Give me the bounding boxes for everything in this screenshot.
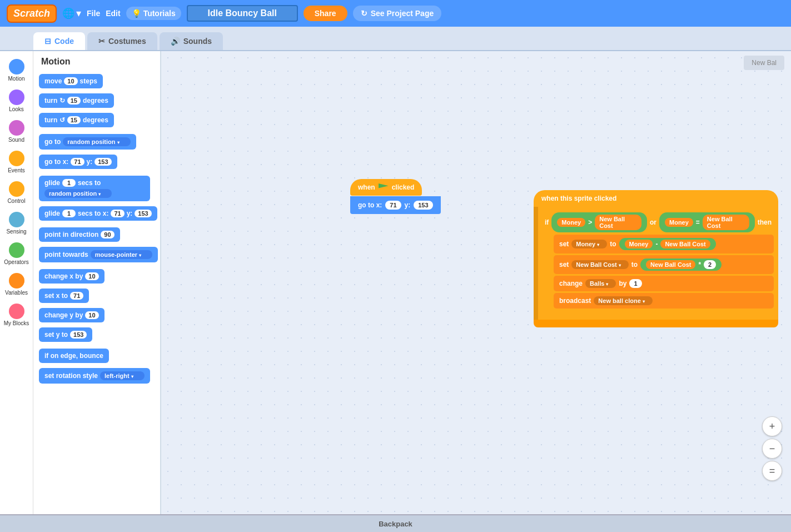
- block-goto-xy[interactable]: go to x: 71 y: 153: [39, 155, 117, 169]
- block-change-x[interactable]: change x by 10: [39, 269, 105, 284]
- set-newballcost-block[interactable]: set New Ball Cost ▾ to New Ball Cost * 2: [554, 255, 774, 274]
- control-dot: [9, 181, 24, 197]
- code-icon: ⊟: [44, 37, 51, 46]
- sidebar-item-operators[interactable]: Operators: [2, 239, 32, 269]
- money-dd-1[interactable]: Money ▾: [571, 240, 607, 248]
- sounds-icon: 🔊: [171, 37, 180, 46]
- by-val[interactable]: 1: [629, 279, 641, 288]
- see-project-button[interactable]: ↻ See Project Page: [353, 6, 442, 21]
- backpack-bar[interactable]: Backpack: [0, 514, 791, 532]
- zoom-in-button[interactable]: +: [762, 416, 782, 436]
- zoom-out-button[interactable]: −: [762, 439, 782, 459]
- tutorials-button[interactable]: 💡 Tutorials: [126, 7, 181, 20]
- share-button[interactable]: Share: [304, 6, 347, 21]
- looks-label: Looks: [9, 106, 24, 112]
- block-edge-bounce[interactable]: if on edge, bounce: [39, 349, 109, 363]
- sidebar-item-motion[interactable]: Motion: [2, 56, 32, 85]
- block-move[interactable]: move 10 steps: [39, 74, 103, 88]
- tab-costumes[interactable]: ✂ Costumes: [87, 32, 157, 50]
- block-set-x[interactable]: set x to 71: [39, 289, 89, 303]
- when-flag-block[interactable]: when clicked: [350, 179, 422, 196]
- block-rotation-style[interactable]: set rotation style left-right ▾: [39, 368, 150, 384]
- sidebar: Motion Looks Sound Events Control Sensin…: [0, 51, 33, 514]
- main-layout: Motion Looks Sound Events Control Sensin…: [0, 51, 791, 514]
- newballcost-dd[interactable]: New Ball Cost ▾: [571, 260, 628, 269]
- outer-block-bottom: [534, 320, 778, 327]
- costumes-icon: ✂: [98, 37, 105, 46]
- money-var-2[interactable]: Money: [665, 218, 693, 227]
- project-name-input[interactable]: [187, 5, 298, 22]
- block-turn-ccw[interactable]: turn ↺ 15 degrees: [39, 113, 114, 127]
- see-project-icon: ↻: [361, 9, 367, 18]
- when-sprite-clicked-block[interactable]: when this sprite clicked: [534, 190, 778, 207]
- events-dot: [9, 151, 24, 166]
- backpack-label: Backpack: [379, 520, 412, 528]
- if-inner: set Money ▾ to Money - New Ball Cost set: [554, 235, 774, 309]
- sidebar-item-events[interactable]: Events: [2, 147, 32, 177]
- operators-dot: [9, 242, 24, 258]
- sensing-dot: [9, 212, 24, 227]
- zoom-controls: + − =: [762, 416, 782, 481]
- tab-bar: ⊟ Code ✂ Costumes 🔊 Sounds: [0, 27, 791, 51]
- block-point-dir[interactable]: point in direction 90: [39, 227, 120, 242]
- file-link[interactable]: File: [87, 9, 100, 18]
- block-glide-random[interactable]: glide 1 secs to random position ▾: [39, 176, 150, 201]
- control-label: Control: [7, 198, 25, 204]
- when-flag-group: when clicked go to x: 71 y: 153: [350, 179, 441, 214]
- when-sprite-group: when this sprite clicked if Money > New …: [534, 190, 778, 327]
- condition-2[interactable]: Money = New Ball Cost: [659, 212, 755, 232]
- change-balls-block[interactable]: change Balls ▾ by 1: [554, 276, 774, 291]
- new-ball-button[interactable]: New Bal: [744, 56, 784, 70]
- flag-icon: [379, 183, 389, 191]
- canvas-goto-xy-block[interactable]: go to x: 71 y: 153: [350, 196, 441, 214]
- block-glide-xy[interactable]: glide 1 secs to x: 71 y: 153: [39, 206, 157, 221]
- block-change-y[interactable]: change y by 10: [39, 308, 105, 322]
- sound-label: Sound: [8, 137, 24, 143]
- operators-label: Operators: [4, 259, 28, 265]
- blocks-panel-title: Motion: [39, 57, 155, 67]
- goto-x-val[interactable]: 71: [385, 201, 401, 210]
- globe-icon: 🌐: [62, 7, 74, 19]
- sidebar-item-looks[interactable]: Looks: [2, 86, 32, 116]
- block-goto-random[interactable]: go to random position ▾: [39, 134, 136, 150]
- events-label: Events: [8, 167, 25, 173]
- globe-button[interactable]: 🌐 ▾: [62, 7, 81, 19]
- if-block-bottom: [543, 311, 774, 316]
- block-turn-cw[interactable]: turn ↻ 15 degrees: [39, 93, 114, 108]
- top-nav: Scratch 🌐 ▾ File Edit 💡 Tutorials Share …: [0, 0, 791, 27]
- tab-sounds[interactable]: 🔊 Sounds: [160, 32, 223, 50]
- money-var-1[interactable]: Money: [557, 218, 585, 227]
- broadcast-dd[interactable]: New ball clone ▾: [594, 296, 652, 305]
- newballcost-var-1[interactable]: New Ball Cost: [595, 215, 641, 230]
- sound-dot: [9, 120, 24, 136]
- set-money-block[interactable]: set Money ▾ to Money - New Ball Cost: [554, 235, 774, 253]
- block-set-y[interactable]: set y to 153: [39, 327, 92, 342]
- if-block: if Money > New Ball Cost or Money = New …: [534, 207, 778, 320]
- money-minus-expr[interactable]: Money - New Ball Cost: [619, 238, 716, 250]
- if-condition-row: if Money > New Ball Cost or Money = New …: [543, 210, 774, 235]
- scratch-logo[interactable]: Scratch: [7, 4, 57, 23]
- sidebar-item-variables[interactable]: Variables: [2, 270, 32, 299]
- variables-dot: [9, 273, 24, 289]
- broadcast-block[interactable]: broadcast New ball clone ▾: [554, 293, 774, 309]
- sidebar-item-control[interactable]: Control: [2, 178, 32, 207]
- tab-code[interactable]: ⊟ Code: [33, 32, 85, 50]
- tutorials-icon: 💡: [132, 9, 141, 18]
- zoom-reset-button[interactable]: =: [762, 461, 782, 481]
- mul-val[interactable]: 2: [704, 260, 716, 269]
- newballcost-var-2[interactable]: New Ball Cost: [703, 215, 749, 230]
- block-point-towards[interactable]: point towards mouse-pointer ▾: [39, 247, 158, 262]
- sensing-label: Sensing: [6, 228, 26, 235]
- globe-arrow: ▾: [76, 7, 81, 19]
- sidebar-item-sensing[interactable]: Sensing: [2, 208, 32, 238]
- goto-y-val[interactable]: 153: [414, 201, 432, 210]
- edit-link[interactable]: Edit: [106, 9, 120, 18]
- sidebar-item-sound[interactable]: Sound: [2, 117, 32, 146]
- condition-1[interactable]: Money > New Ball Cost: [551, 212, 647, 232]
- sidebar-item-myblocks[interactable]: My Blocks: [2, 300, 32, 330]
- newballcost-mul-expr[interactable]: New Ball Cost * 2: [640, 258, 722, 271]
- blocks-panel: Motion move 10 steps turn ↻ 15 degrees t…: [33, 51, 161, 514]
- myblocks-dot: [9, 304, 24, 319]
- balls-dd[interactable]: Balls ▾: [585, 279, 616, 288]
- variables-label: Variables: [5, 290, 28, 296]
